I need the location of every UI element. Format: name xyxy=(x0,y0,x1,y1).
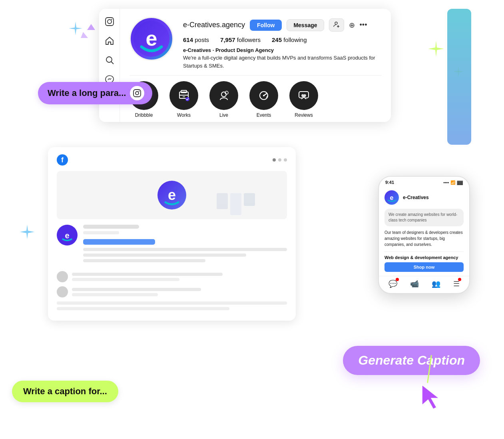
highlight-label-works: Works xyxy=(177,112,191,118)
svg-text:e: e xyxy=(168,187,176,203)
sk-content-1 xyxy=(72,273,287,281)
sk-line-2a xyxy=(72,288,201,291)
sk1 xyxy=(83,248,287,251)
phone-shop-title: Web design & development agency xyxy=(384,255,464,260)
sk-full-1 xyxy=(57,301,287,305)
phone-status-icons: ▪▪▪▪ 📶 ▓▓ xyxy=(443,180,463,185)
highlight-circle-works xyxy=(169,81,198,110)
ig-highlights-row: Dribbble Works xyxy=(129,75,381,122)
fb-post-area: e xyxy=(57,225,287,265)
highlight-label-events: Events xyxy=(257,112,271,118)
phone-separator xyxy=(384,251,464,252)
svg-rect-21 xyxy=(133,90,141,97)
dot-1 xyxy=(273,158,276,162)
dot-3 xyxy=(284,158,287,162)
svg-rect-2 xyxy=(106,18,114,26)
sparkle-top-right-1 xyxy=(427,40,445,59)
facebook-card: f e e xyxy=(48,147,296,321)
fb-post-content-area xyxy=(83,225,287,265)
dot-2 xyxy=(278,158,281,162)
ig-highlight-works[interactable]: Works xyxy=(169,81,198,118)
phone-chat-bubble: We create amazing websites for world-cla… xyxy=(384,209,464,226)
sk-full-2 xyxy=(57,307,229,310)
svg-marker-0 xyxy=(87,24,95,30)
svg-point-23 xyxy=(139,91,139,92)
instagram-card: e e-Creatives.agency Follow Message xyxy=(99,9,391,122)
threads-button[interactable]: ⊕ xyxy=(349,21,355,30)
phone-body-text: Our team of designers & developers creat… xyxy=(384,229,464,247)
fb-main-image: e xyxy=(57,171,287,219)
fb-3d-blocks xyxy=(217,193,255,215)
phone-nav-video[interactable]: 📹 xyxy=(410,279,419,288)
ig-highlight-live[interactable]: Live xyxy=(209,81,238,118)
wifi-icon: 📶 xyxy=(450,180,455,185)
fb-header: f xyxy=(57,154,287,166)
sk-line-2b xyxy=(72,293,158,296)
ig-profile-content: e e-Creatives.agency Follow Message xyxy=(120,9,391,122)
fb-sk-row-1 xyxy=(57,271,287,282)
battery-icon: ▓▓ xyxy=(457,180,463,185)
teal-right-block xyxy=(447,9,471,145)
add-person-button[interactable] xyxy=(329,18,344,32)
more-options-button[interactable]: ••• xyxy=(360,21,367,29)
ig-highlight-events[interactable]: Events xyxy=(249,81,278,118)
messenger-badge xyxy=(396,278,399,281)
highlight-label-live: Live xyxy=(219,112,228,118)
deco-triangles xyxy=(79,22,99,44)
fb-nav-dots xyxy=(273,158,287,162)
write-caption-pill[interactable]: Write a caption for... xyxy=(12,381,118,402)
highlight-circle-events xyxy=(249,81,278,110)
phone-nav-menu[interactable]: ☰ xyxy=(453,279,460,288)
sk-avatar-2 xyxy=(57,286,68,297)
message-button[interactable]: Message xyxy=(287,19,324,31)
phone-content: e e-Creatives We create amazing websites… xyxy=(379,186,469,276)
generate-caption-pill[interactable]: Generate Caption xyxy=(343,346,480,375)
fb-name-skeleton xyxy=(83,225,139,229)
ig-search-icon[interactable] xyxy=(104,54,115,66)
ig-bio-name: e-Creatives · Product Design Agency xyxy=(183,47,381,53)
cursor-icon xyxy=(418,383,446,411)
write-para-pill[interactable]: Write a long para... xyxy=(38,82,152,104)
sk-line-1a xyxy=(72,273,223,276)
ig-sidebar xyxy=(99,9,120,122)
phone-nav-messenger[interactable]: 💬 xyxy=(388,279,397,288)
svg-text:e: e xyxy=(146,27,157,50)
phone-status-bar: 9:41 ▪▪▪▪ 📶 ▓▓ xyxy=(379,177,469,186)
fb-logo-area: e xyxy=(157,181,186,210)
fb-profile-avatar: e xyxy=(57,225,78,245)
phone-nav-people[interactable]: 👥 xyxy=(432,279,440,288)
phone-chat-text: We create amazing websites for world-cla… xyxy=(388,212,457,222)
fb-skeleton-area xyxy=(57,271,287,313)
phone-avatar: e xyxy=(384,190,399,205)
ig-profile-top: e e-Creatives.agency Follow Message xyxy=(129,17,381,70)
ig-avatar: e xyxy=(129,17,173,61)
ig-username: e-Creatives.agency xyxy=(183,21,245,29)
sk3 xyxy=(83,259,205,262)
phone-shop-button[interactable]: Shop now xyxy=(384,262,464,272)
ig-highlight-reviews[interactable]: Reviews xyxy=(289,81,318,118)
svg-marker-1 xyxy=(81,32,88,38)
highlight-label-reviews: Reviews xyxy=(295,112,313,118)
ig-profile-info: e-Creatives.agency Follow Message ⊕ ••• xyxy=(183,17,381,70)
highlight-label-dribbble: Dribbble xyxy=(135,112,153,118)
sparkle-bottom-left xyxy=(19,224,35,241)
follow-button[interactable]: Follow xyxy=(250,20,282,31)
menu-badge xyxy=(458,278,461,281)
phone-profile-row: e e-Creatives xyxy=(384,190,464,205)
ig-bio-text: We're a full-cycle digital agency that b… xyxy=(183,54,381,70)
sk-avatar-1 xyxy=(57,271,68,282)
facebook-icon: f xyxy=(57,154,68,166)
phone-time: 9:41 xyxy=(385,180,394,185)
generate-caption-text: Generate Caption xyxy=(358,353,465,367)
phone-name: e-Creatives xyxy=(403,195,429,200)
highlight-circle-reviews xyxy=(289,81,318,110)
svg-text:e: e xyxy=(65,231,69,240)
svg-point-5 xyxy=(106,57,112,62)
ig-logo-icon xyxy=(104,16,115,27)
fb-sk-row-2 xyxy=(57,286,287,297)
ig-home-icon[interactable] xyxy=(104,35,115,46)
posts-stat: 614 posts xyxy=(183,36,209,43)
fb-highlight-bar xyxy=(83,239,155,245)
write-para-ig-icon xyxy=(130,86,144,100)
ig-top-row: e-Creatives.agency Follow Message ⊕ ••• xyxy=(183,18,381,32)
